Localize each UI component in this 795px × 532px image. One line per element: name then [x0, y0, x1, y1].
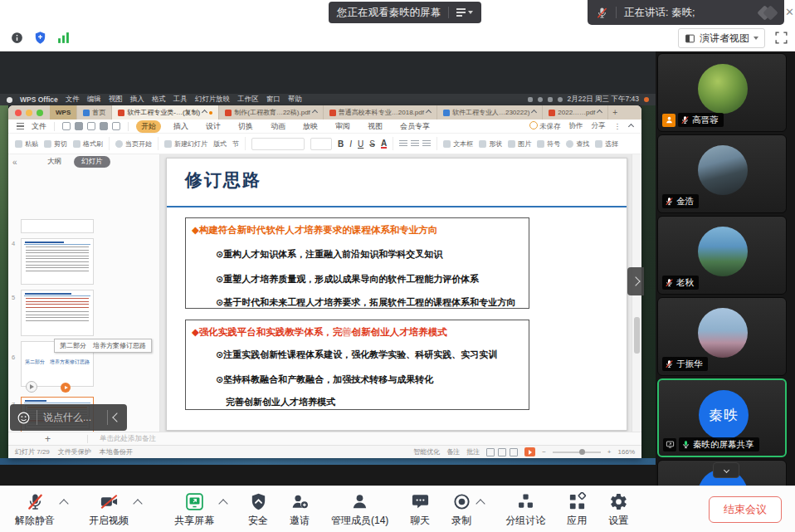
- chevron-down-icon: [723, 467, 729, 473]
- video-button[interactable]: 开启视频: [89, 492, 129, 528]
- mute-button[interactable]: 解除静音: [15, 492, 55, 528]
- participant-tile[interactable]: 高晋蓉: [657, 53, 787, 132]
- apps-button[interactable]: 应用: [567, 492, 587, 528]
- video-options-chevron[interactable]: [133, 499, 142, 508]
- thumb-text-lines: [26, 298, 89, 310]
- chat-button[interactable]: 聊天: [410, 492, 430, 528]
- participant-tile[interactable]: 于振华: [657, 297, 787, 376]
- thumbnail-tooltip: 第二部分 培养方案修订思路: [54, 339, 152, 353]
- record-options-chevron[interactable]: [476, 499, 485, 508]
- record-button[interactable]: 录制: [451, 492, 471, 528]
- paste-tool: 粘贴: [15, 139, 38, 149]
- collapse-chat-icon[interactable]: [112, 412, 121, 422]
- end-meeting-button[interactable]: 结束会议: [709, 496, 782, 523]
- wps-toolbar: 粘贴 剪切 格式刷 当页开始 新建幻灯片 版式 节 B I U S A: [8, 134, 641, 154]
- participant-tile-active-speaker[interactable]: 秦昳 秦昳的屏幕共享: [657, 378, 787, 457]
- avatar: [698, 227, 748, 276]
- zoom-window-icon: [37, 110, 43, 116]
- menu-edit: 编辑: [87, 95, 101, 105]
- participant-name-label: 秦昳的屏幕共享: [679, 437, 759, 451]
- mute-label: 解除静音: [15, 514, 55, 528]
- camera-off-icon: [100, 492, 119, 511]
- participant-name: 老秋: [676, 277, 694, 289]
- participant-tile[interactable]: 老秋: [657, 216, 787, 295]
- invite-button[interactable]: 邀请: [290, 492, 310, 528]
- select-icon: [595, 140, 602, 148]
- close-icon[interactable]: ✕: [785, 6, 794, 18]
- smart-optimize-label: 智能优化: [413, 447, 440, 456]
- comments-label: 批注: [466, 447, 480, 456]
- slide-box1-header: ◆构建符合新时代软件人才培养要求的课程体系和专业方向: [192, 224, 437, 237]
- close-window-icon: [15, 110, 22, 116]
- network-signal-icon[interactable]: [56, 31, 71, 45]
- menu-insert: 插入: [130, 95, 144, 105]
- slide-counter: 幻灯片 7/29: [15, 447, 50, 456]
- slide-thumb-partial: [21, 219, 94, 233]
- wps-file-menu: 文件: [32, 121, 46, 132]
- breakout-icon: [516, 492, 535, 511]
- layout-tool: 版式: [213, 139, 227, 149]
- slide-title-rule: [167, 206, 627, 207]
- thumb-divider: [24, 244, 90, 245]
- reading-view-icon: [510, 448, 518, 456]
- muted-mic-icon: [26, 492, 45, 511]
- font-size-select: [310, 138, 332, 150]
- strikethrough-tool: S: [369, 139, 375, 149]
- fullscreen-icon[interactable]: [774, 31, 788, 45]
- ribbon-tab-insert: 插入: [168, 120, 193, 133]
- meeting-logo-watermark-icon: [759, 7, 776, 18]
- chat-input-placeholder[interactable]: 说点什么...: [43, 411, 101, 425]
- security-button[interactable]: 安全: [248, 492, 268, 528]
- new-slide-icon: [164, 140, 172, 148]
- ribbon-tab-transition: 切换: [233, 120, 258, 133]
- quick-chat-bar[interactable]: 说点什么...: [10, 404, 127, 431]
- divider: [54, 122, 55, 131]
- settings-button[interactable]: 设置: [608, 492, 628, 528]
- divider: [448, 7, 449, 18]
- chevron-up-icon: [426, 110, 432, 115]
- layout-view-icon: [685, 33, 695, 44]
- tab-home: 首页: [77, 105, 112, 120]
- participant-name: 金浩: [676, 196, 694, 207]
- manage-members-button[interactable]: 管理成员(14): [331, 492, 388, 528]
- mute-options-chevron[interactable]: [59, 499, 68, 508]
- panel-tabs: 大纲 幻灯片: [40, 156, 110, 168]
- security-shield-icon[interactable]: [33, 31, 47, 45]
- zoom-in-icon: +: [607, 448, 612, 456]
- minimize-window-icon: [26, 110, 32, 116]
- share-options-menu-button[interactable]: [456, 8, 473, 17]
- meeting-info-icon[interactable]: [10, 31, 24, 45]
- participant-tile[interactable]: 金浩: [657, 134, 787, 213]
- participant-name: 于振华: [676, 359, 703, 370]
- sidebar-expand-handle[interactable]: [627, 267, 644, 295]
- emoji-smiley-icon[interactable]: [17, 411, 31, 425]
- participant-share-label: 秦昳的屏幕共享: [693, 439, 754, 451]
- ribbon-tab-design: 设计: [201, 120, 226, 133]
- find-icon: [566, 140, 573, 148]
- menu-file: 文件: [66, 95, 80, 105]
- collapse-participants-button[interactable]: [713, 462, 739, 478]
- record-icon: [452, 492, 471, 511]
- menubar-clock: 2月22日 周三 下午7:43: [568, 95, 639, 105]
- slide-bullet: ⊙注重实践创新性课程体系建设，强化教学实验、科研实践、实习实训: [216, 349, 497, 361]
- slide-box-1: ◆构建符合新时代软件人才培养要求的课程体系和专业方向 ⊙重构人才知识体系，注重融…: [185, 217, 529, 309]
- desktop-wallpaper-left: [0, 105, 8, 458]
- view-mode-button[interactable]: 演讲者视图: [678, 28, 765, 48]
- tray-icon: [548, 97, 553, 102]
- record-label: 录制: [451, 514, 471, 528]
- breakout-button[interactable]: 分组讨论: [505, 492, 545, 528]
- collab-label: 协作: [569, 121, 583, 131]
- menu-workspace: 工作区: [237, 95, 259, 105]
- slide-bullet: ⊙基于时代和未来工程人才培养要求，拓展软件工程的课程体系和专业方向: [216, 296, 515, 309]
- thumb-text-lines: [26, 246, 89, 271]
- share-options-chevron[interactable]: [218, 499, 227, 508]
- breakout-label: 分组讨论: [505, 514, 545, 528]
- shape-tool: 形状: [479, 139, 502, 149]
- format-painter-tool: 格式刷: [73, 139, 103, 149]
- share-screen-button[interactable]: 共享屏幕: [174, 492, 214, 528]
- thumb-section-title: 第二部分 培养方案修订思路: [22, 359, 93, 366]
- watching-screen-banner[interactable]: 您正在观看秦昳的屏幕: [329, 2, 481, 23]
- wps-doc-tabbar: WPS 首页 软件工程专业类-…(复制) 制作(工程教育…22稿).pdf 普通…: [8, 105, 641, 120]
- more-icon: ⋮: [614, 122, 622, 130]
- tab-doc: 软件工程专业人…230222): [437, 105, 543, 120]
